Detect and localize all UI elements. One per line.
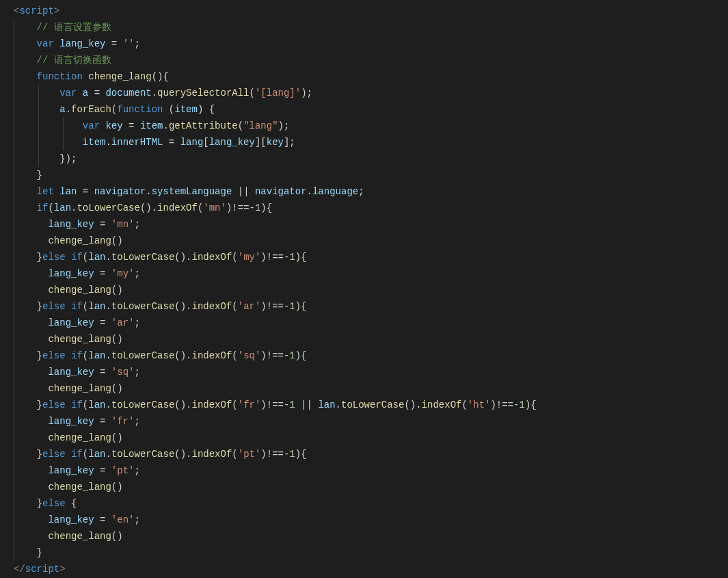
identifier: navigator — [94, 186, 146, 197]
function-call: chenge_lang — [48, 235, 111, 246]
property: language — [312, 186, 358, 197]
code-line: lang_key = 'my'; — [14, 265, 728, 282]
keyword-var: var — [59, 88, 77, 98]
string-literal: 'ar' — [111, 317, 135, 328]
identifier: lang_key — [48, 219, 94, 230]
code-line: chenge_lang() — [14, 282, 728, 298]
method-call: indexOf — [157, 202, 198, 213]
code-line: lang_key = 'ar'; — [14, 315, 728, 331]
code-line: // 语言设置参数 — [14, 19, 728, 36]
code-line: var key = item.getAttribute("lang"); — [14, 118, 728, 134]
code-line: chenge_lang() — [14, 380, 728, 397]
identifier: a — [59, 104, 65, 115]
code-line: chenge_lang() — [14, 528, 728, 544]
code-line: // 语言切换函数 — [14, 52, 728, 68]
string-literal: 'pt' — [238, 449, 261, 460]
identifier: lang_key — [59, 38, 105, 49]
string-literal: 'ar' — [238, 301, 261, 312]
method-call: querySelectorAll — [157, 88, 249, 98]
identifier: lan — [54, 202, 71, 213]
code-editor[interactable]: <script> // 语言设置参数 var lang_key = ''; //… — [14, 3, 728, 577]
property: systemLanguage — [152, 186, 232, 197]
keyword-else: else — [42, 252, 66, 263]
tag-name: script — [25, 564, 59, 575]
string-literal: 'my' — [111, 268, 135, 279]
method-call: getAttribute — [169, 120, 238, 131]
keyword-function: function — [37, 71, 83, 82]
comment: // 语言切换函数 — [37, 55, 111, 66]
keyword-else: else — [42, 498, 66, 509]
property: innerHTML — [111, 137, 163, 148]
tag-bracket: </ — [14, 564, 25, 575]
keyword-let: let — [37, 186, 54, 197]
keyword-if: if — [37, 202, 49, 213]
code-line: chenge_lang() — [14, 233, 728, 249]
closing-brace: }); — [59, 153, 77, 164]
method-call: forEach — [71, 104, 111, 115]
code-line: function chenge_lang(){ — [14, 68, 728, 85]
identifier: key — [267, 137, 284, 148]
code-line: lang_key = 'fr'; — [14, 413, 728, 430]
string-literal: 'fr' — [111, 416, 135, 427]
closing-brace: } — [37, 547, 42, 558]
string-literal: '' — [123, 38, 135, 49]
parameter: item — [174, 104, 198, 115]
identifier: document — [105, 88, 151, 98]
identifier: item — [83, 137, 106, 148]
code-line: let lan = navigator.systemLanguage || na… — [14, 183, 728, 200]
string-literal: 'sq' — [111, 367, 135, 378]
code-line: }else { — [14, 495, 728, 512]
string-literal: 'mn' — [111, 219, 135, 230]
code-line: }else if(lan.toLowerCase().indexOf('fr')… — [14, 397, 728, 413]
code-line: lang_key = 'pt'; — [14, 462, 728, 479]
string-literal: 'ht' — [468, 399, 491, 410]
code-line: </script> — [14, 561, 728, 577]
string-literal: 'fr' — [238, 399, 261, 410]
keyword-if: if — [71, 252, 83, 263]
code-line: item.innerHTML = lang[lang_key][key]; — [14, 134, 728, 150]
identifier: lang_key — [209, 137, 255, 148]
string-literal: 'sq' — [238, 350, 261, 361]
code-line: lang_key = 'en'; — [14, 512, 728, 528]
string-literal: "lang" — [243, 120, 278, 131]
code-line: lang_key = 'sq'; — [14, 364, 728, 380]
code-line: }else if(lan.toLowerCase().indexOf('sq')… — [14, 347, 728, 364]
string-literal: 'my' — [238, 252, 261, 263]
closing-brace: } — [37, 170, 42, 181]
code-line: } — [14, 167, 728, 183]
tag-name: script — [19, 5, 53, 16]
code-line: <script> — [14, 3, 728, 19]
string-literal: 'pt' — [111, 465, 135, 476]
identifier: lan — [59, 186, 77, 197]
comment: // 语言设置参数 — [37, 22, 111, 33]
code-line: chenge_lang() — [14, 430, 728, 446]
code-line: var lang_key = ''; — [14, 36, 728, 52]
identifier: navigator — [255, 186, 307, 197]
keyword-var: var — [37, 38, 54, 49]
identifier: key — [105, 120, 122, 131]
code-line: var a = document.querySelectorAll('[lang… — [14, 85, 728, 101]
identifier: lang — [180, 137, 204, 148]
code-line: chenge_lang() — [14, 331, 728, 347]
code-line: }else if(lan.toLowerCase().indexOf('my')… — [14, 249, 728, 265]
code-line: if(lan.toLowerCase().indexOf('mn')!==-1)… — [14, 200, 728, 216]
string-literal: '[lang]' — [255, 88, 301, 98]
string-literal: 'mn' — [203, 202, 226, 213]
keyword-var: var — [83, 120, 100, 131]
identifier: item — [140, 120, 163, 131]
string-literal: 'en' — [111, 514, 135, 525]
keyword-function: function — [117, 104, 163, 115]
code-line: }else if(lan.toLowerCase().indexOf('pt')… — [14, 446, 728, 462]
tag-bracket: > — [59, 564, 65, 575]
function-name: chenge_lang — [88, 71, 151, 82]
code-line: a.forEach(function (item) { — [14, 101, 728, 118]
code-line: }else if(lan.toLowerCase().indexOf('ar')… — [14, 298, 728, 315]
code-line: lang_key = 'mn'; — [14, 216, 728, 233]
code-line: } — [14, 544, 728, 561]
code-line: chenge_lang() — [14, 479, 728, 495]
code-line: }); — [14, 150, 728, 167]
method-call: toLowerCase — [77, 202, 139, 213]
tag-bracket: > — [54, 5, 59, 16]
identifier: a — [83, 88, 88, 98]
